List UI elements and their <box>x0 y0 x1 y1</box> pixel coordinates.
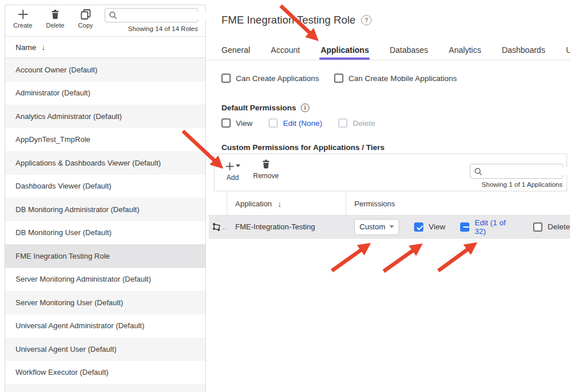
name-header-label: Name <box>16 43 36 52</box>
default-view-option: View <box>221 118 253 128</box>
remove-label: Remove <box>253 172 279 180</box>
create-label: Create <box>13 22 32 29</box>
default-delete-label: Delete <box>353 119 375 128</box>
roles-count-text: Showing 14 of 14 Roles <box>128 25 198 32</box>
applications-search-box <box>470 164 563 179</box>
role-tabs: General Account Applications Databases A… <box>207 40 570 60</box>
copy-label: Copy <box>78 22 93 29</box>
tab-applications[interactable]: Applications <box>320 40 369 60</box>
search-icon <box>474 167 483 176</box>
roles-search-input[interactable] <box>120 11 209 20</box>
role-list-item[interactable]: Universal Agent Administrator (Default) <box>5 314 205 338</box>
default-permissions-heading: Default Permissions <box>221 103 296 112</box>
default-edit-link[interactable]: Edit (None) <box>283 119 322 128</box>
role-list-item[interactable]: Server Monitoring Administrator (Default… <box>5 268 205 291</box>
default-edit-option: Edit (None) <box>269 118 322 128</box>
trash-icon <box>49 9 61 20</box>
can-create-applications-label: Can Create Applications <box>236 74 319 83</box>
permissions-column-header: Permissions <box>346 193 570 215</box>
row-view-label: View <box>429 222 445 231</box>
can-create-applications-checkbox[interactable] <box>221 74 231 83</box>
application-name-cell: FME-Integration-Testing <box>227 222 346 231</box>
add-label: Add <box>227 174 239 182</box>
custom-permissions-toolbar: Add Remove Showing 1 of 1 Applications <box>214 153 567 191</box>
can-create-mobile-applications-label: Can Create Mobile Applications <box>349 74 457 83</box>
applications-table-header: Application ↓ Permissions <box>209 193 570 216</box>
remove-application-button[interactable]: Remove <box>253 159 279 182</box>
roles-toolbar: Create Delete Copy <box>5 5 205 37</box>
roles-sidebar: Create Delete Copy <box>5 5 206 392</box>
tab-account[interactable]: Account <box>271 40 300 60</box>
copy-icon <box>80 9 91 20</box>
applications-table: Application ↓ Permissions .. FME-Integra… <box>209 193 570 239</box>
roles-admin-page: Create Delete Copy <box>0 0 570 392</box>
delete-label: Delete <box>46 22 64 29</box>
default-delete-checkbox[interactable] <box>338 118 347 128</box>
role-list-item[interactable]: Administrator (Default) <box>5 82 205 105</box>
application-table-row[interactable]: .. FME-Integration-Testing Custom View E… <box>209 216 570 239</box>
search-icon <box>109 11 117 20</box>
role-list-item[interactable]: Analytics Administrator (Default) <box>5 105 205 128</box>
can-create-mobile-applications-option: Can Create Mobile Applications <box>334 74 457 83</box>
role-detail-panel: FME Inegration Testing Role ? General Ac… <box>207 0 570 392</box>
can-create-mobile-applications-checkbox[interactable] <box>334 74 343 83</box>
row-delete-checkbox[interactable] <box>533 222 542 232</box>
default-view-checkbox[interactable] <box>221 118 231 128</box>
custom-permissions-heading: Custom Permissions for Applications / Ti… <box>221 143 385 152</box>
default-edit-checkbox[interactable] <box>269 118 278 128</box>
trash-icon <box>261 159 271 170</box>
default-view-label: View <box>236 119 253 128</box>
plus-icon <box>225 162 235 171</box>
create-role-button[interactable]: Create <box>13 9 32 29</box>
help-icon[interactable]: ? <box>361 15 372 25</box>
can-create-applications-option: Can Create Applications <box>221 74 319 83</box>
role-list-item-selected[interactable]: FME Inegration Testing Role <box>5 244 205 268</box>
role-list-item[interactable]: DB Monitoring Administrator (Default) <box>5 198 205 221</box>
icon-ellipsis: .. <box>223 224 227 230</box>
role-list-item[interactable]: Account Owner (Default) <box>5 58 205 82</box>
default-delete-option: Delete <box>338 118 375 128</box>
roles-list: Account Owner (Default) Administrator (D… <box>5 58 205 392</box>
row-delete-label: Delete <box>548 222 570 231</box>
tab-analytics[interactable]: Analytics <box>449 40 481 60</box>
tab-general[interactable]: General <box>221 40 250 60</box>
tab-databases[interactable]: Databases <box>389 40 428 60</box>
applications-search-input[interactable] <box>485 167 570 175</box>
role-list-item[interactable]: Workflow Executor (Default) <box>5 361 205 385</box>
page-title: FME Inegration Testing Role <box>221 14 355 26</box>
role-list-item[interactable]: AppDynTest_TmpRole <box>5 128 205 152</box>
sort-descending-icon: ↓ <box>41 43 45 52</box>
application-topology-icon <box>212 222 222 232</box>
role-list-item[interactable]: DB Monitoring User (Default) <box>5 221 205 245</box>
row-view-checkbox[interactable] <box>414 222 423 232</box>
permission-mode-select[interactable]: Custom <box>354 219 399 235</box>
application-column-header[interactable]: Application ↓ <box>227 193 346 215</box>
role-list-item[interactable]: Applications & Dashboards Viewer (Defaul… <box>5 151 205 175</box>
chevron-down-icon <box>389 225 394 228</box>
add-application-button[interactable]: Add <box>225 159 240 182</box>
role-list-item[interactable]: Universal Agent User (Default) <box>5 337 205 361</box>
info-icon[interactable]: i <box>301 103 309 112</box>
plus-icon <box>17 9 29 20</box>
row-edit-checkbox[interactable] <box>460 222 469 232</box>
role-list-item[interactable]: Server Monitoring User (Default) <box>5 291 205 314</box>
delete-role-button[interactable]: Delete <box>46 9 64 29</box>
list-filler-stripe <box>5 384 205 392</box>
row-delete-option: Delete <box>533 222 570 232</box>
tab-dashboards[interactable]: Dashboards <box>502 40 545 60</box>
sort-descending-icon: ↓ <box>278 199 282 209</box>
copy-role-button[interactable]: Copy <box>78 9 93 29</box>
row-edit-option: Edit (1 of 32) <box>460 218 518 236</box>
name-column-header[interactable]: Name ↓ <box>5 37 205 58</box>
role-list-item[interactable]: Dashboards Viewer (Default) <box>5 175 205 198</box>
chevron-down-icon <box>236 164 240 167</box>
applications-count-text: Showing 1 of 1 Applications <box>481 181 563 188</box>
row-edit-link[interactable]: Edit (1 of 32) <box>475 218 518 236</box>
tab-user-clipped[interactable]: User a <box>566 40 570 60</box>
row-view-option: View <box>414 222 445 232</box>
icon-column-header <box>209 193 227 215</box>
roles-search-box <box>105 8 198 22</box>
